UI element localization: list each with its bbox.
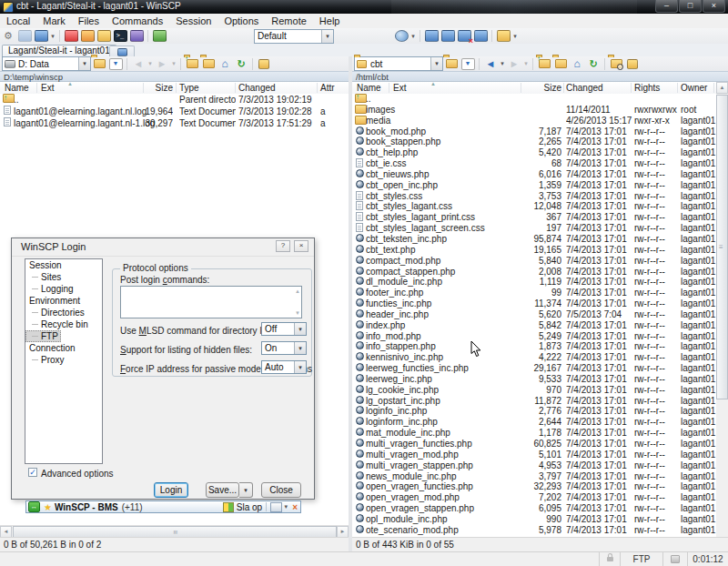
synchronize-icon[interactable]	[64, 29, 78, 43]
login-button[interactable]: Login	[154, 482, 188, 498]
file-row[interactable]: opl_module_inc.php9907/4/2013 17:01rw-r-…	[352, 514, 716, 525]
chevron-down-icon[interactable]: ▾	[147, 60, 154, 67]
column-name[interactable]: Name	[5, 82, 29, 94]
file-row[interactable]: lagant01@elearning.lagant.nl-1.log30,297…	[0, 117, 349, 129]
hidden-files-select[interactable]: On ▾	[261, 341, 307, 355]
dialog-title-bar[interactable]: WinSCP Login ? ×	[12, 238, 314, 257]
file-row[interactable]: open_vragen_functies.php32,2937/4/2013 1…	[352, 481, 716, 492]
file-row[interactable]: multi_vragen_mod.php5,1017/4/2013 17:01r…	[352, 450, 716, 460]
refresh-icon[interactable]: ↻	[586, 57, 601, 71]
file-row[interactable]: loginform_inc.php2,6447/4/2013 17:01rw-r…	[352, 417, 716, 428]
column-ext[interactable]: Ext	[41, 82, 54, 94]
chevron-down-icon[interactable]: ▾	[294, 323, 306, 335]
file-row[interactable]: cbt_ie.css687/4/2013 17:01rw-r--r--lagan…	[352, 158, 716, 169]
file-row[interactable]: news_module_inc.php3,7977/4/2013 17:01rw…	[352, 471, 716, 482]
tree-item-directories[interactable]: Directories	[25, 307, 102, 318]
chevron-down-icon[interactable]: ▾	[321, 30, 333, 43]
file-row[interactable]: compact_stappen.php2,0087/4/2013 17:01rw…	[352, 267, 716, 278]
synchronize-browsing-icon[interactable]	[96, 29, 111, 43]
chevron-down-icon[interactable]: ▾	[294, 361, 306, 373]
filter-icon[interactable]: ▼	[108, 57, 123, 71]
chevron-down-icon[interactable]: ▾	[78, 57, 90, 70]
open-directory-icon[interactable]	[496, 29, 511, 43]
scroll-down-icon[interactable]: ▼	[295, 310, 300, 316]
chevron-down-icon[interactable]: ▾	[522, 60, 530, 67]
home-directory-icon[interactable]: ⌂	[570, 57, 584, 71]
file-row[interactable]: open_vragen_stappen.php6,0957/4/2013 17:…	[352, 503, 716, 514]
refresh-icon[interactable]: ↻	[234, 57, 248, 71]
protocol-status[interactable]: FTP	[620, 552, 662, 566]
new-session-icon[interactable]	[424, 29, 439, 43]
scrollbar-thumb[interactable]	[716, 95, 728, 399]
remote-directory-combo[interactable]: cbt ▾	[354, 56, 443, 71]
preferences-icon[interactable]: ⚙	[1, 29, 15, 43]
file-row[interactable]: functies_inc.php11,3747/4/2013 17:01rw-r…	[352, 298, 716, 309]
queue-icon[interactable]	[80, 29, 95, 43]
parent-directory-icon[interactable]	[537, 57, 551, 71]
file-row[interactable]: loginfo_inc.php2,7767/4/2013 17:01rw-r--…	[352, 406, 716, 417]
file-row[interactable]: info_mod.php5,2497/4/2013 17:01rw-r--r--…	[352, 331, 716, 342]
transfer-preset-combo[interactable]: Default ▾	[254, 29, 334, 44]
minimize-button[interactable]: –	[655, 0, 678, 13]
chevron-down-icon[interactable]: ▾	[282, 503, 289, 510]
save-button[interactable]: Save...	[206, 482, 239, 498]
mlsd-select[interactable]: Off ▾	[261, 322, 307, 336]
file-row[interactable]: cbt_styles.css3,7537/4/2013 17:01rw-r--r…	[352, 191, 716, 202]
chevron-down-icon[interactable]: ▾	[499, 60, 506, 67]
file-row[interactable]: media4/26/2013 15:17rwxr-xr-xlagant01	[352, 116, 716, 126]
file-row[interactable]: kennisnivo_inc.php4,2227/4/2013 17:01rw-…	[352, 352, 716, 363]
file-row[interactable]: lg_cookie_inc.php9707/4/2013 17:01rw-r--…	[352, 385, 716, 396]
transfer-settings-icon[interactable]	[129, 29, 144, 43]
tree-item-logging[interactable]: Logging	[25, 283, 102, 295]
chevron-down-icon[interactable]: ▾	[170, 60, 177, 67]
file-row[interactable]: cbt_text.php19,1657/4/2013 17:01rw-r--r-…	[352, 245, 716, 256]
file-row[interactable]: dl_module_inc.php1,1197/4/2013 17:01rw-r…	[352, 277, 716, 288]
chevron-down-icon[interactable]: ▾	[410, 33, 417, 40]
tree-item-session[interactable]: Session	[25, 259, 102, 271]
file-row[interactable]: book_stappen.php2,2657/4/2013 17:01rw-r-…	[352, 136, 716, 147]
menu-mark[interactable]: Mark	[36, 15, 71, 26]
back-icon[interactable]: ◄	[483, 57, 498, 71]
chevron-down-icon[interactable]: ▾	[49, 33, 56, 40]
parent-directory-icon[interactable]	[185, 57, 199, 71]
column-owner[interactable]: Owner	[681, 82, 707, 94]
duplicate-session-icon[interactable]	[440, 29, 455, 43]
window-icon[interactable]	[270, 502, 282, 512]
menu-files[interactable]: Files	[72, 15, 106, 26]
file-row[interactable]: lg_opstart_inc.php11,8727/4/2013 17:01rw…	[352, 396, 716, 407]
file-row[interactable]: book_mod.php7,1877/4/2013 17:01rw-r--r--…	[352, 126, 716, 137]
tree-item-connection[interactable]: Connection	[25, 342, 102, 354]
tree-view-icon[interactable]	[257, 57, 271, 71]
file-row[interactable]: ..Parent directory7/3/2013 19:02:19	[0, 94, 349, 106]
menu-local[interactable]: Local	[0, 15, 36, 26]
file-row[interactable]: leerweg_inc.php9,5337/4/2013 17:01rw-r--…	[352, 374, 716, 385]
session-tab[interactable]: Lagant/Steal-it - lagant01	[2, 45, 116, 56]
column-changed[interactable]: Changed	[238, 82, 276, 94]
close-icon[interactable]: ×	[294, 240, 308, 252]
chevron-down-icon[interactable]: ▾	[430, 57, 442, 70]
column-attr[interactable]: Attr	[320, 82, 335, 94]
column-ext[interactable]: Ext	[393, 82, 406, 94]
menu-remote[interactable]: Remote	[265, 15, 313, 26]
chevron-down-icon[interactable]: ▾	[511, 33, 519, 40]
drive-combo[interactable]: D: Data ▾	[2, 56, 91, 71]
menu-commands[interactable]: Commands	[106, 15, 169, 26]
file-row[interactable]: cbt_help.php5,4207/4/2013 17:01rw-r--r--…	[352, 147, 716, 158]
open-directory-icon[interactable]	[92, 57, 106, 71]
column-rights[interactable]: Rights	[634, 82, 660, 94]
file-row[interactable]: open_vragen_mod.php7,2027/4/2013 17:01rw…	[352, 492, 716, 503]
file-row[interactable]: mat_module_inc.php1,1787/4/2013 17:01rw-…	[352, 428, 716, 439]
file-row[interactable]: lagant01@elearning.lagant.nl.log19,964Te…	[0, 106, 349, 117]
menu-options[interactable]: Options	[217, 15, 265, 26]
save-menu-icon[interactable]: ▾	[239, 482, 253, 498]
file-row[interactable]: cbt_styles_lagant_print.css3677/4/2013 1…	[352, 212, 716, 223]
local-path-bar[interactable]: D:\temp\winscp	[0, 71, 349, 82]
tree-item-recycle-bin[interactable]: Recycle bin	[25, 318, 102, 330]
maximize-button[interactable]: □	[679, 0, 702, 13]
file-row[interactable]: compact_mod.php5,8407/4/2013 17:01rw-r--…	[352, 256, 716, 267]
column-size[interactable]: Size	[498, 82, 561, 94]
root-directory-icon[interactable]	[553, 57, 568, 71]
file-row[interactable]: ..	[352, 94, 716, 105]
session-cube-icon[interactable]	[34, 29, 48, 43]
tree-item-proxy[interactable]: Proxy	[25, 354, 102, 366]
